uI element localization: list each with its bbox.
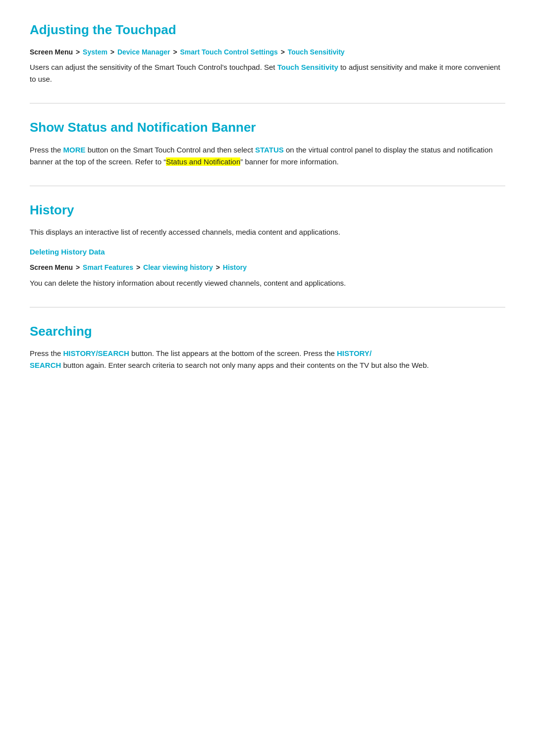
breadcrumb-device-manager[interactable]: Device Manager <box>117 48 170 56</box>
breadcrumb-smart-touch-control-settings[interactable]: Smart Touch Control Settings <box>180 48 277 56</box>
breadcrumb-arrow: > <box>136 263 142 271</box>
subsection-deleting-history: Deleting History Data Screen Menu > Smar… <box>30 246 505 289</box>
breadcrumb-arrow: > <box>76 263 82 271</box>
section-adjusting-touchpad: Adjusting the Touchpad Screen Menu > Sys… <box>30 20 505 85</box>
show-status-body-text: Press the MORE button on the Smart Touch… <box>30 144 505 168</box>
breadcrumb-clear-viewing-history[interactable]: Clear viewing history <box>143 263 213 271</box>
breadcrumb-touch-sensitivity[interactable]: Touch Sensitivity <box>288 48 345 56</box>
history-search-link-1[interactable]: HISTORY/SEARCH <box>63 349 129 357</box>
section-show-status: Show Status and Notification Banner Pres… <box>30 117 505 168</box>
breadcrumb-history[interactable]: History <box>223 263 247 271</box>
breadcrumb-arrow: > <box>110 48 116 56</box>
section-history: History This displays an interactive lis… <box>30 200 505 289</box>
section-divider-1 <box>30 103 505 103</box>
section-title-show-status: Show Status and Notification Banner <box>30 117 505 138</box>
breadcrumb-arrow: > <box>173 48 179 56</box>
breadcrumb-arrow: > <box>281 48 287 56</box>
status-notification-highlight: Status and Notification <box>166 157 240 166</box>
history-body-text: This displays an interactive list of rec… <box>30 226 505 238</box>
breadcrumb-arrow: > <box>76 48 82 56</box>
section-divider-3 <box>30 307 505 307</box>
status-link[interactable]: STATUS <box>255 146 284 154</box>
breadcrumb-system[interactable]: System <box>83 48 107 56</box>
more-link[interactable]: MORE <box>63 146 86 154</box>
breadcrumb-screen-menu: Screen Menu <box>30 48 73 56</box>
breadcrumb-deleting-history: Screen Menu > Smart Features > Clear vie… <box>30 262 505 273</box>
section-divider-2 <box>30 186 505 186</box>
adjusting-body-text: Users can adjust the sensitivity of the … <box>30 61 505 85</box>
section-searching: Searching Press the HISTORY/SEARCH butto… <box>30 321 505 372</box>
deleting-history-body-text: You can delete the history information a… <box>30 277 505 289</box>
breadcrumb-smart-features[interactable]: Smart Features <box>83 263 133 271</box>
breadcrumb-adjusting: Screen Menu > System > Device Manager > … <box>30 47 505 57</box>
breadcrumb-arrow: > <box>216 263 222 271</box>
touch-sensitivity-link[interactable]: Touch Sensitivity <box>277 63 338 71</box>
section-title-adjusting: Adjusting the Touchpad <box>30 20 505 41</box>
section-title-searching: Searching <box>30 321 505 342</box>
subsection-title-deleting-history: Deleting History Data <box>30 246 505 258</box>
breadcrumb-screen-menu-2: Screen Menu <box>30 263 73 271</box>
section-title-history: History <box>30 200 505 221</box>
searching-body-text: Press the HISTORY/SEARCH button. The lis… <box>30 348 505 371</box>
